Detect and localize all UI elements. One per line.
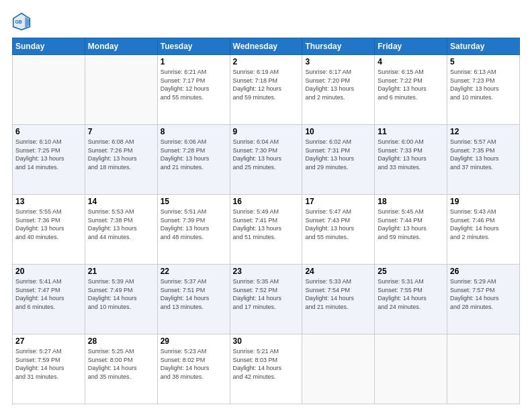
week-row-2: 13Sunrise: 5:55 AM Sunset: 7:36 PM Dayli…: [13, 195, 520, 265]
calendar-cell: [85, 55, 157, 125]
day-number: 26: [450, 267, 517, 276]
week-row-3: 20Sunrise: 5:41 AM Sunset: 7:47 PM Dayli…: [13, 265, 520, 334]
day-number: 23: [233, 267, 300, 276]
day-number: 10: [305, 127, 371, 136]
svg-text:GB: GB: [15, 19, 22, 24]
calendar-cell: 4Sunrise: 6:15 AM Sunset: 7:22 PM Daylig…: [375, 55, 447, 125]
day-info: Sunrise: 5:53 AM Sunset: 7:38 PM Dayligh…: [88, 208, 154, 241]
day-number: 2: [233, 57, 300, 66]
day-number: 19: [450, 197, 517, 206]
day-info: Sunrise: 6:13 AM Sunset: 7:23 PM Dayligh…: [450, 68, 517, 101]
day-info: Sunrise: 6:06 AM Sunset: 7:28 PM Dayligh…: [161, 138, 227, 171]
day-number: 24: [305, 267, 371, 276]
day-info: Sunrise: 5:57 AM Sunset: 7:35 PM Dayligh…: [450, 138, 517, 171]
day-info: Sunrise: 5:21 AM Sunset: 8:03 PM Dayligh…: [233, 347, 300, 381]
calendar-cell: 6Sunrise: 6:10 AM Sunset: 7:25 PM Daylig…: [13, 125, 85, 195]
day-number: 15: [161, 197, 227, 206]
day-info: Sunrise: 5:37 AM Sunset: 7:51 PM Dayligh…: [161, 277, 227, 311]
weekday-header-friday: Friday: [375, 38, 447, 55]
day-info: Sunrise: 5:43 AM Sunset: 7:46 PM Dayligh…: [450, 208, 517, 241]
day-info: Sunrise: 5:31 AM Sunset: 7:55 PM Dayligh…: [378, 277, 444, 311]
day-info: Sunrise: 6:10 AM Sunset: 7:25 PM Dayligh…: [15, 138, 82, 171]
calendar-cell: 10Sunrise: 6:02 AM Sunset: 7:31 PM Dayli…: [302, 125, 375, 195]
day-info: Sunrise: 6:02 AM Sunset: 7:31 PM Dayligh…: [305, 138, 371, 171]
calendar-cell: 2Sunrise: 6:19 AM Sunset: 7:18 PM Daylig…: [230, 55, 302, 125]
calendar-cell: 9Sunrise: 6:04 AM Sunset: 7:30 PM Daylig…: [230, 125, 302, 195]
day-number: 29: [161, 336, 227, 346]
day-info: Sunrise: 5:41 AM Sunset: 7:47 PM Dayligh…: [15, 277, 82, 311]
day-info: Sunrise: 5:35 AM Sunset: 7:52 PM Dayligh…: [233, 277, 300, 311]
day-info: Sunrise: 6:17 AM Sunset: 7:20 PM Dayligh…: [305, 68, 371, 101]
day-number: 17: [305, 197, 371, 206]
day-info: Sunrise: 5:51 AM Sunset: 7:39 PM Dayligh…: [161, 208, 227, 241]
calendar-cell: 3Sunrise: 6:17 AM Sunset: 7:20 PM Daylig…: [302, 55, 375, 125]
calendar-cell: 20Sunrise: 5:41 AM Sunset: 7:47 PM Dayli…: [13, 265, 85, 334]
day-info: Sunrise: 5:33 AM Sunset: 7:54 PM Dayligh…: [305, 277, 371, 311]
day-number: 7: [88, 127, 154, 136]
calendar-cell: 28Sunrise: 5:25 AM Sunset: 8:00 PM Dayli…: [85, 334, 157, 404]
calendar-cell: 1Sunrise: 6:21 AM Sunset: 7:17 PM Daylig…: [157, 55, 230, 125]
calendar-cell: 26Sunrise: 5:29 AM Sunset: 7:57 PM Dayli…: [447, 265, 520, 334]
day-info: Sunrise: 5:45 AM Sunset: 7:44 PM Dayligh…: [378, 208, 444, 241]
day-info: Sunrise: 5:47 AM Sunset: 7:43 PM Dayligh…: [305, 208, 371, 241]
calendar-cell: 15Sunrise: 5:51 AM Sunset: 7:39 PM Dayli…: [157, 195, 230, 265]
calendar-cell: 14Sunrise: 5:53 AM Sunset: 7:38 PM Dayli…: [85, 195, 157, 265]
logo-icon: GB: [12, 12, 31, 31]
calendar-cell: 12Sunrise: 5:57 AM Sunset: 7:35 PM Dayli…: [447, 125, 520, 195]
calendar-cell: 18Sunrise: 5:45 AM Sunset: 7:44 PM Dayli…: [375, 195, 447, 265]
page: GB SundayMondayTuesdayWednesdayThursdayF…: [0, 0, 532, 411]
weekday-header-row: SundayMondayTuesdayWednesdayThursdayFrid…: [13, 38, 520, 55]
day-number: 11: [378, 127, 444, 136]
day-number: 12: [450, 127, 517, 136]
day-number: 3: [305, 57, 371, 66]
day-number: 28: [88, 336, 154, 346]
day-number: 5: [450, 57, 517, 66]
day-info: Sunrise: 6:04 AM Sunset: 7:30 PM Dayligh…: [233, 138, 300, 171]
day-number: 13: [15, 197, 82, 206]
calendar-cell: [375, 334, 447, 404]
day-info: Sunrise: 5:27 AM Sunset: 7:59 PM Dayligh…: [15, 347, 82, 381]
calendar-cell: 11Sunrise: 6:00 AM Sunset: 7:33 PM Dayli…: [375, 125, 447, 195]
day-number: 1: [161, 57, 227, 66]
day-number: 18: [378, 197, 444, 206]
weekday-header-thursday: Thursday: [302, 38, 375, 55]
calendar-cell: 23Sunrise: 5:35 AM Sunset: 7:52 PM Dayli…: [230, 265, 302, 334]
calendar-cell: [447, 334, 520, 404]
day-number: 21: [88, 267, 154, 276]
day-number: 4: [378, 57, 444, 66]
day-info: Sunrise: 6:19 AM Sunset: 7:18 PM Dayligh…: [233, 68, 300, 101]
calendar-cell: [302, 334, 375, 404]
day-info: Sunrise: 5:29 AM Sunset: 7:57 PM Dayligh…: [450, 277, 517, 311]
calendar-cell: 7Sunrise: 6:08 AM Sunset: 7:26 PM Daylig…: [85, 125, 157, 195]
day-number: 20: [15, 267, 82, 276]
day-info: Sunrise: 6:00 AM Sunset: 7:33 PM Dayligh…: [378, 138, 444, 171]
weekday-header-monday: Monday: [85, 38, 157, 55]
calendar-cell: 17Sunrise: 5:47 AM Sunset: 7:43 PM Dayli…: [302, 195, 375, 265]
weekday-header-tuesday: Tuesday: [157, 38, 230, 55]
week-row-1: 6Sunrise: 6:10 AM Sunset: 7:25 PM Daylig…: [13, 125, 520, 195]
calendar-cell: 5Sunrise: 6:13 AM Sunset: 7:23 PM Daylig…: [447, 55, 520, 125]
day-info: Sunrise: 6:08 AM Sunset: 7:26 PM Dayligh…: [88, 138, 154, 171]
calendar-cell: [13, 55, 85, 125]
day-info: Sunrise: 6:15 AM Sunset: 7:22 PM Dayligh…: [378, 68, 444, 101]
calendar-table: SundayMondayTuesdayWednesdayThursdayFrid…: [12, 38, 520, 404]
calendar-cell: 30Sunrise: 5:21 AM Sunset: 8:03 PM Dayli…: [230, 334, 302, 404]
calendar-cell: 27Sunrise: 5:27 AM Sunset: 7:59 PM Dayli…: [13, 334, 85, 404]
day-number: 9: [233, 127, 300, 136]
day-info: Sunrise: 6:21 AM Sunset: 7:17 PM Dayligh…: [161, 68, 227, 101]
day-number: 25: [378, 267, 444, 276]
day-info: Sunrise: 5:23 AM Sunset: 8:02 PM Dayligh…: [161, 347, 227, 381]
weekday-header-saturday: Saturday: [447, 38, 520, 55]
calendar-cell: 29Sunrise: 5:23 AM Sunset: 8:02 PM Dayli…: [157, 334, 230, 404]
calendar-cell: 22Sunrise: 5:37 AM Sunset: 7:51 PM Dayli…: [157, 265, 230, 334]
day-info: Sunrise: 5:55 AM Sunset: 7:36 PM Dayligh…: [15, 208, 82, 241]
calendar-cell: 25Sunrise: 5:31 AM Sunset: 7:55 PM Dayli…: [375, 265, 447, 334]
day-number: 22: [161, 267, 227, 276]
week-row-4: 27Sunrise: 5:27 AM Sunset: 7:59 PM Dayli…: [13, 334, 520, 404]
day-info: Sunrise: 5:49 AM Sunset: 7:41 PM Dayligh…: [233, 208, 300, 241]
day-number: 16: [233, 197, 300, 206]
logo: GB: [12, 12, 34, 31]
calendar-cell: 19Sunrise: 5:43 AM Sunset: 7:46 PM Dayli…: [447, 195, 520, 265]
calendar-cell: 24Sunrise: 5:33 AM Sunset: 7:54 PM Dayli…: [302, 265, 375, 334]
weekday-header-sunday: Sunday: [13, 38, 85, 55]
